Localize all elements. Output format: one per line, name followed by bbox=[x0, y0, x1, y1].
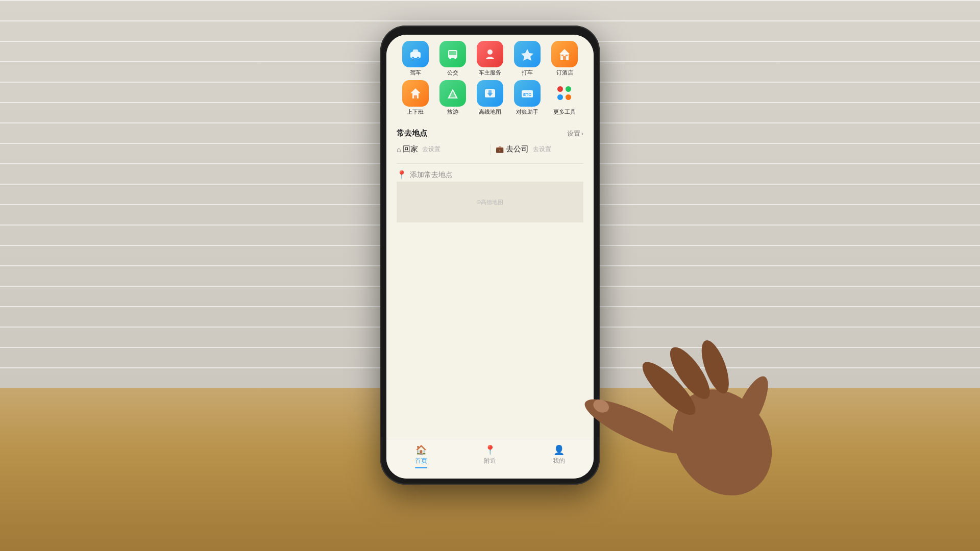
home-name: 回家 bbox=[403, 144, 418, 154]
taxi-label: 打车 bbox=[522, 69, 533, 76]
app-taxi[interactable]: 打车 bbox=[509, 41, 546, 76]
nav-home-label: 首页 bbox=[415, 457, 427, 465]
commute-label: 上下班 bbox=[407, 109, 424, 115]
nav-home-icon: 🏠 bbox=[415, 444, 427, 456]
bottom-nav: 🏠 首页 📍 附近 👤 我的 bbox=[386, 439, 594, 479]
work-place[interactable]: 💼 去公司 去设置 bbox=[496, 144, 584, 155]
frequent-section: 常去地点 设置 › ⌂ 回家 去设置 bbox=[386, 123, 594, 439]
svg-marker-16 bbox=[410, 88, 421, 93]
setting-label: 设置 bbox=[567, 129, 580, 138]
app-hotel[interactable]: 订酒店 bbox=[546, 41, 583, 76]
svg-marker-10 bbox=[521, 49, 533, 61]
svg-rect-14 bbox=[561, 55, 564, 56]
svg-point-8 bbox=[454, 57, 456, 59]
app-row-2: 上下班 旅游 bbox=[397, 80, 583, 115]
work-icon: 💼 bbox=[496, 145, 504, 153]
svg-rect-15 bbox=[566, 55, 568, 56]
svg-marker-12 bbox=[559, 49, 570, 54]
chevron-right-icon: › bbox=[581, 130, 583, 137]
nav-home-indicator bbox=[415, 467, 427, 468]
nav-nearby-label: 附近 bbox=[484, 457, 496, 465]
home-action: 去设置 bbox=[422, 145, 440, 154]
more-label: 更多工具 bbox=[553, 109, 576, 115]
bus-label: 公交 bbox=[447, 69, 458, 76]
nav-nearby-icon: 📍 bbox=[484, 444, 496, 456]
section-header: 常去地点 设置 › bbox=[397, 129, 583, 138]
travel-icon bbox=[439, 80, 466, 107]
nav-home[interactable]: 🏠 首页 bbox=[386, 444, 455, 468]
app-row-1: 驾车 公交 bbox=[397, 41, 583, 76]
phone-device: 驾车 公交 bbox=[380, 26, 600, 485]
more-icon bbox=[551, 80, 578, 107]
etc-icon: ETC bbox=[514, 80, 541, 107]
svg-text:ETC: ETC bbox=[523, 92, 531, 97]
hotel-label: 订酒店 bbox=[556, 69, 573, 76]
add-place-icon: 📍 bbox=[397, 170, 407, 180]
app-grid: 驾车 公交 bbox=[386, 35, 594, 123]
add-place-text: 添加常去地点 bbox=[410, 170, 453, 180]
work-place-main: 💼 去公司 去设置 bbox=[496, 144, 584, 154]
hotel-icon bbox=[551, 41, 578, 67]
etc-label: 对账助手 bbox=[516, 109, 538, 115]
setting-button[interactable]: 设置 › bbox=[567, 129, 583, 138]
phone-wrapper: 驾车 公交 bbox=[380, 26, 600, 485]
phone-screen: 驾车 公交 bbox=[386, 35, 594, 479]
app-more[interactable]: 更多工具 bbox=[546, 80, 583, 115]
separator bbox=[397, 163, 583, 164]
places-row: ⌂ 回家 去设置 💼 去公司 去设置 bbox=[397, 144, 583, 155]
drive-label: 驾车 bbox=[410, 69, 421, 76]
home-icon: ⌂ bbox=[397, 145, 401, 154]
offline-label: 离线地图 bbox=[479, 109, 501, 115]
home-place[interactable]: ⌂ 回家 去设置 bbox=[397, 144, 485, 155]
commute-icon bbox=[402, 80, 429, 107]
offline-icon bbox=[477, 80, 503, 107]
app-bus[interactable]: 公交 bbox=[434, 41, 471, 76]
app-offline[interactable]: 离线地图 bbox=[472, 80, 508, 115]
taxi-icon bbox=[514, 41, 541, 67]
car-owner-icon bbox=[477, 41, 503, 67]
work-action: 去设置 bbox=[533, 145, 551, 154]
svg-point-4 bbox=[418, 58, 419, 59]
map-watermark: ©高德地图 bbox=[477, 198, 503, 206]
app-commute[interactable]: 上下班 bbox=[397, 80, 434, 115]
svg-rect-13 bbox=[563, 56, 566, 60]
nav-mine-icon: 👤 bbox=[553, 444, 565, 456]
svg-rect-23 bbox=[488, 90, 492, 93]
car-owner-label: 车主服务 bbox=[479, 69, 501, 76]
svg-point-7 bbox=[449, 57, 451, 59]
app-travel[interactable]: 旅游 bbox=[434, 80, 471, 115]
map-area: ©高德地图 bbox=[397, 182, 583, 222]
nav-nearby[interactable]: 📍 附近 bbox=[455, 444, 524, 468]
nav-mine[interactable]: 👤 我的 bbox=[525, 444, 594, 468]
home-place-main: ⌂ 回家 去设置 bbox=[397, 144, 485, 154]
add-place-button[interactable]: 📍 添加常去地点 bbox=[397, 168, 583, 182]
svg-point-2 bbox=[412, 58, 413, 59]
svg-rect-6 bbox=[449, 51, 456, 55]
svg-point-9 bbox=[487, 49, 493, 55]
work-name: 去公司 bbox=[506, 144, 529, 154]
bus-icon bbox=[439, 41, 466, 67]
svg-rect-0 bbox=[410, 52, 421, 58]
app-drive[interactable]: 驾车 bbox=[397, 41, 434, 76]
travel-label: 旅游 bbox=[447, 109, 458, 115]
svg-rect-18 bbox=[414, 95, 417, 98]
drive-icon bbox=[402, 41, 429, 67]
places-divider bbox=[490, 144, 491, 155]
nav-mine-label: 我的 bbox=[553, 457, 565, 465]
section-title: 常去地点 bbox=[397, 129, 427, 138]
app-car-owner[interactable]: 车主服务 bbox=[472, 41, 508, 76]
app-etc[interactable]: ETC 对账助手 bbox=[509, 80, 546, 115]
